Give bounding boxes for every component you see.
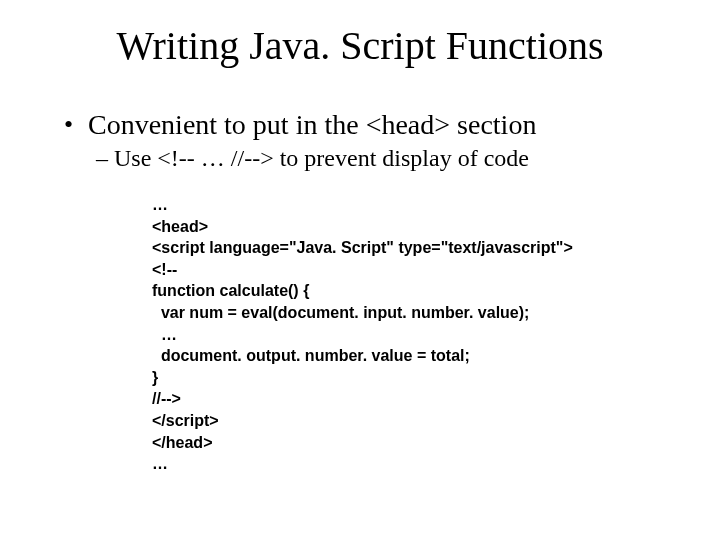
- bullet-dash-icon: –: [96, 145, 108, 172]
- slide-title: Writing Java. Script Functions: [0, 0, 720, 87]
- code-line: </script>: [152, 412, 219, 429]
- code-line: var num = eval(document. input. number. …: [152, 304, 529, 321]
- bullet-level-2: – Use <!-- … //--> to prevent display of…: [96, 145, 680, 172]
- slide: Writing Java. Script Functions • Conveni…: [0, 0, 720, 540]
- bullet-level-1: • Convenient to put in the <head> sectio…: [60, 109, 680, 141]
- code-line: …: [152, 455, 168, 472]
- code-line: <!--: [152, 261, 177, 278]
- code-line: …: [152, 326, 177, 343]
- code-line: function calculate() {: [152, 282, 309, 299]
- code-block: … <head> <script language="Java. Script"…: [152, 194, 680, 475]
- code-line: …: [152, 196, 168, 213]
- code-line: <head>: [152, 218, 208, 235]
- code-line: </head>: [152, 434, 212, 451]
- slide-body: • Convenient to put in the <head> sectio…: [0, 109, 720, 475]
- code-line: }: [152, 369, 158, 386]
- bullet-2-text: Use <!-- … //--> to prevent display of c…: [114, 145, 529, 171]
- code-line: <script language="Java. Script" type="te…: [152, 239, 573, 256]
- bullet-1-text: Convenient to put in the <head> section: [88, 109, 536, 140]
- code-line: document. output. number. value = total;: [152, 347, 470, 364]
- code-line: //-->: [152, 390, 181, 407]
- bullet-dot-icon: •: [64, 110, 73, 140]
